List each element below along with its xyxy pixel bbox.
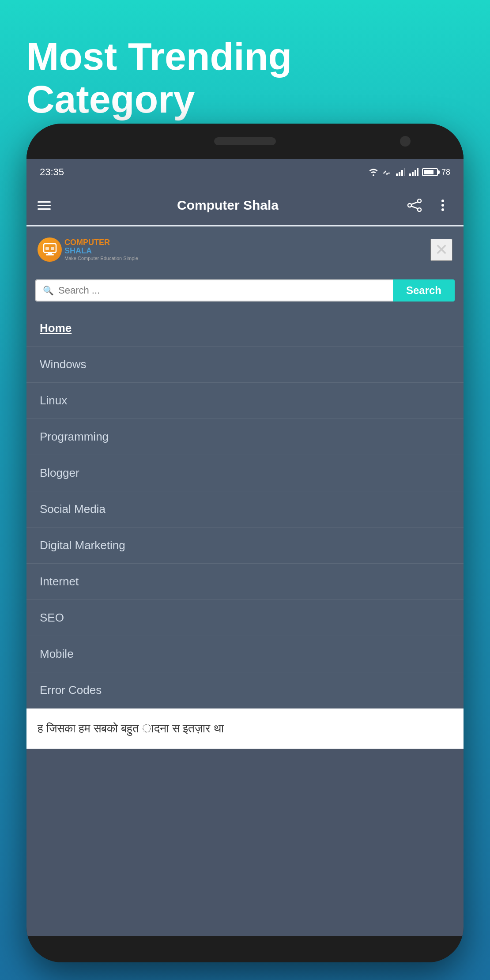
bottom-peek-text: ह जिसका हम सबको बहुत ादना स इतज़ार था bbox=[38, 722, 224, 735]
app-bar: Computer Shala bbox=[26, 185, 464, 225]
app-bar-icons bbox=[405, 196, 452, 215]
nav-item-internet[interactable]: Internet bbox=[26, 564, 464, 600]
hamburger-line-3 bbox=[38, 208, 51, 210]
bottom-peek-content: ह जिसका हम सबको बहुत ादना स इतज़ार था bbox=[26, 709, 464, 749]
close-drawer-button[interactable]: ✕ bbox=[430, 239, 452, 261]
logo-icon bbox=[38, 237, 62, 262]
more-icon bbox=[441, 199, 445, 212]
logo-text: COMPUTER SHALA Make Computer Education S… bbox=[64, 238, 138, 261]
nav-item-home[interactable]: Home bbox=[26, 310, 464, 347]
nav-item-digital-marketing[interactable]: Digital Marketing bbox=[26, 528, 464, 564]
share-button[interactable] bbox=[405, 196, 424, 215]
search-button[interactable]: Search bbox=[393, 279, 455, 302]
svg-point-13 bbox=[441, 200, 444, 202]
svg-line-12 bbox=[411, 206, 418, 209]
svg-line-11 bbox=[411, 202, 418, 205]
nav-item-mobile[interactable]: Mobile bbox=[26, 636, 464, 672]
search-input-container: 🔍 bbox=[35, 279, 393, 302]
svg-rect-6 bbox=[415, 170, 416, 176]
hamburger-line-1 bbox=[38, 201, 51, 203]
svg-point-14 bbox=[441, 204, 444, 207]
svg-rect-18 bbox=[46, 254, 54, 256]
svg-point-8 bbox=[418, 199, 421, 203]
battery-fill bbox=[424, 170, 433, 174]
nav-item-seo[interactable]: SEO bbox=[26, 600, 464, 636]
battery-pct: 78 bbox=[441, 168, 450, 177]
svg-rect-2 bbox=[401, 170, 403, 176]
status-time: 23:35 bbox=[40, 166, 64, 178]
svg-point-15 bbox=[441, 208, 444, 211]
nav-item-linux[interactable]: Linux bbox=[26, 383, 464, 419]
logo: COMPUTER SHALA Make Computer Education S… bbox=[38, 237, 138, 262]
phone-camera bbox=[400, 136, 411, 147]
status-bar: 23:35 bbox=[26, 159, 464, 185]
svg-rect-17 bbox=[48, 253, 52, 254]
phone-speaker bbox=[214, 137, 276, 145]
svg-rect-20 bbox=[51, 247, 54, 250]
phone-frame: 23:35 bbox=[26, 124, 464, 962]
nav-list: Home Windows Linux Programming Blogger S… bbox=[26, 310, 464, 709]
svg-rect-4 bbox=[409, 173, 411, 176]
logo-monitor-icon bbox=[42, 242, 58, 258]
svg-rect-1 bbox=[399, 172, 400, 176]
svg-rect-3 bbox=[404, 168, 405, 176]
logo-container: COMPUTER SHALA Make Computer Education S… bbox=[38, 237, 138, 262]
svg-rect-7 bbox=[417, 168, 418, 176]
app-bar-title: Computer Shala bbox=[177, 198, 279, 213]
phone-screen: 23:35 bbox=[26, 159, 464, 936]
svg-point-10 bbox=[408, 204, 411, 207]
search-icon: 🔍 bbox=[43, 285, 54, 296]
logo-shala-text: SHALA bbox=[64, 247, 138, 256]
signal-bars-2-icon bbox=[409, 168, 418, 176]
hamburger-line-2 bbox=[38, 205, 51, 206]
phone-top-bar bbox=[26, 124, 464, 159]
logo-computer-text: COMPUTER bbox=[64, 238, 138, 247]
more-button[interactable] bbox=[433, 196, 452, 215]
logo-bar: COMPUTER SHALA Make Computer Education S… bbox=[26, 226, 464, 273]
status-icons: 78 bbox=[368, 168, 450, 177]
nav-item-blogger[interactable]: Blogger bbox=[26, 455, 464, 491]
wifi-icon bbox=[368, 168, 379, 176]
signal-bars-icon bbox=[396, 168, 405, 176]
phone-signal-icon bbox=[382, 168, 392, 176]
phone-bottom-bar bbox=[26, 936, 464, 962]
nav-item-windows[interactable]: Windows bbox=[26, 347, 464, 383]
share-icon bbox=[407, 199, 422, 212]
nav-item-social-media[interactable]: Social Media bbox=[26, 491, 464, 528]
svg-rect-19 bbox=[45, 247, 49, 250]
svg-rect-5 bbox=[412, 172, 414, 176]
svg-rect-0 bbox=[396, 173, 398, 176]
menu-button[interactable] bbox=[38, 201, 51, 210]
battery-icon bbox=[422, 168, 438, 176]
nav-item-error-codes[interactable]: Error Codes bbox=[26, 672, 464, 709]
nav-item-programming[interactable]: Programming bbox=[26, 419, 464, 455]
search-bar: 🔍 Search bbox=[26, 273, 464, 310]
logo-tagline: Make Computer Education Simple bbox=[64, 256, 138, 261]
search-input[interactable] bbox=[58, 285, 386, 296]
drawer: COMPUTER SHALA Make Computer Education S… bbox=[26, 226, 464, 709]
svg-point-9 bbox=[418, 208, 421, 211]
